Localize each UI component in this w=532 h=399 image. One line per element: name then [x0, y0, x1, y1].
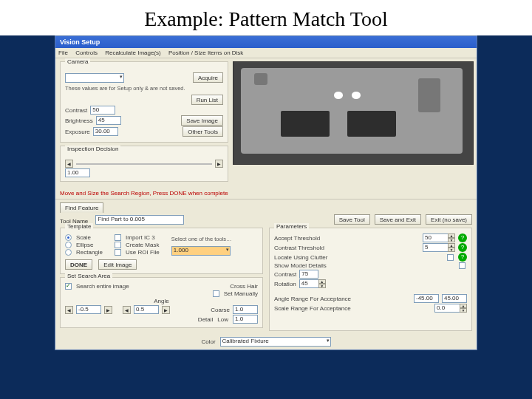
- spin-down-icon[interactable]: ▼: [318, 284, 326, 288]
- help-icon[interactable]: ?: [458, 233, 467, 242]
- camera-note: These values are for Setup only & are no…: [65, 86, 223, 92]
- coarse-label: Coarse: [211, 307, 230, 313]
- set-manually-label: Set Manually: [224, 290, 258, 297]
- scale-range-label: Scale Range For Acceptance: [274, 305, 432, 312]
- window-titlebar: Vision Setup: [55, 36, 477, 48]
- angle-high-dec-icon[interactable]: ◀: [123, 306, 131, 314]
- contrast-thresh-field[interactable]: 5: [423, 243, 448, 252]
- tab-find-feature[interactable]: Find Feature: [60, 202, 103, 213]
- color-select[interactable]: Calibrated Fixture: [220, 337, 331, 347]
- color-label: Color: [201, 338, 215, 345]
- inspection-value[interactable]: 1.00: [65, 168, 90, 177]
- menu-recalculate[interactable]: Recalculate Image(s): [105, 50, 161, 56]
- detail-label: Detail: [198, 316, 213, 323]
- detail-field[interactable]: 1.0: [233, 315, 258, 324]
- rectangle-label: Rectangle: [76, 249, 103, 256]
- save-image-button[interactable]: Save Image: [181, 115, 223, 126]
- app-window: Vision Setup File Controls Recalculate I…: [55, 35, 477, 350]
- menu-position-size[interactable]: Position / Size Items on Disk: [168, 50, 243, 56]
- chk-create-mask[interactable]: [115, 242, 121, 248]
- edit-image-button[interactable]: Edit Image: [98, 259, 137, 270]
- inspection-increment-icon[interactable]: ▶: [215, 160, 223, 168]
- import-label: Import IC 3: [126, 234, 155, 241]
- exposure-label: Exposure: [65, 129, 90, 135]
- spin-down-icon[interactable]: ▼: [460, 308, 467, 313]
- inspection-title: Inspection Decision: [65, 146, 120, 152]
- angle-high-inc-icon[interactable]: ▶: [162, 306, 170, 314]
- accept-thresh-label: Accept Threshold: [274, 235, 420, 242]
- radio-scale[interactable]: [65, 234, 72, 241]
- scale-range-field[interactable]: 0.0: [434, 304, 460, 313]
- camera-group: Camera Acquire These values are for Setu…: [60, 61, 228, 143]
- menu-file[interactable]: File: [58, 50, 68, 56]
- done-button[interactable]: DONE: [65, 259, 92, 270]
- angle-high-field[interactable]: 0.5: [134, 305, 159, 314]
- search-area-group: Set Search Area Search entire image Cros…: [60, 277, 263, 328]
- brightness-label: Brightness: [65, 117, 93, 124]
- ellipse-label: Ellipse: [76, 242, 94, 248]
- coarse-field[interactable]: 1.0: [233, 305, 258, 314]
- cross-hair-label: Cross Hair: [230, 283, 258, 290]
- camera-group-title: Camera: [65, 58, 90, 65]
- run-list-button[interactable]: Run List: [191, 95, 223, 105]
- angle-range-high[interactable]: 45.00: [442, 294, 467, 303]
- exposure-field[interactable]: 30.00: [93, 127, 118, 136]
- chk-locate-clutter[interactable]: [447, 254, 454, 261]
- param-contrast-field[interactable]: 75: [299, 270, 318, 279]
- contrast-field[interactable]: 50: [90, 106, 115, 115]
- angle-label: Angle: [154, 298, 168, 304]
- camera-select[interactable]: [65, 73, 124, 83]
- inspection-decrement-icon[interactable]: ◀: [65, 160, 73, 168]
- template-select-text: Select one of the tools…: [171, 236, 258, 242]
- search-area-title: Set Search Area: [65, 273, 112, 279]
- radio-rectangle[interactable]: [65, 249, 72, 256]
- angle-low-inc-icon[interactable]: ▶: [104, 306, 112, 314]
- brightness-field[interactable]: 45: [96, 116, 121, 125]
- chk-show-model[interactable]: [459, 262, 466, 269]
- status-warning: Move and Size the Search Region, Press D…: [60, 190, 472, 197]
- angle-low-field[interactable]: -0.5: [76, 305, 101, 314]
- save-tool-button[interactable]: Save Tool: [334, 214, 370, 225]
- create-mask-label: Create Mask: [126, 242, 159, 248]
- radio-ellipse[interactable]: [65, 242, 72, 248]
- exit-no-save-button[interactable]: Exit (no save): [426, 214, 472, 225]
- rotation-label: Rotation: [274, 281, 296, 287]
- help-icon[interactable]: ?: [458, 253, 467, 262]
- param-contrast-label: Contrast: [274, 271, 296, 278]
- template-select[interactable]: 1.000: [171, 246, 231, 256]
- spin-down-icon[interactable]: ▼: [448, 238, 455, 242]
- image-preview[interactable]: [233, 61, 474, 165]
- parameters-group: Parameters Accept Threshold 50▲▼ ? Contr…: [269, 228, 472, 331]
- help-icon[interactable]: ?: [458, 243, 467, 252]
- menu-controls[interactable]: Controls: [75, 50, 98, 56]
- chk-search-entire[interactable]: [65, 283, 72, 290]
- parameters-title: Parameters: [274, 223, 309, 230]
- template-group: Template Scale Ellipse Rectangle Import …: [60, 228, 263, 274]
- angle-low-dec-icon[interactable]: ◀: [65, 306, 73, 314]
- contrast-label: Contrast: [65, 107, 87, 114]
- angle-range-label: Angle Range For Acceptance: [274, 296, 411, 302]
- chk-import[interactable]: [115, 234, 121, 241]
- template-group-title: Template: [65, 223, 93, 230]
- save-exit-button[interactable]: Save and Exit: [375, 214, 421, 225]
- accept-thresh-field[interactable]: 50: [423, 233, 448, 242]
- use-roi-label: Use ROI File: [126, 249, 160, 256]
- rotation-field[interactable]: 45: [299, 279, 318, 288]
- inspection-group: Inspection Decision ◀ ▶ 1.00: [60, 146, 228, 182]
- other-tools-button[interactable]: Other Tools: [183, 126, 223, 137]
- tool-name-field[interactable]: Find Part to 0.005: [95, 215, 184, 225]
- contrast-thresh-label: Contrast Threshold: [274, 245, 420, 251]
- angle-range-low[interactable]: -45.00: [414, 294, 439, 303]
- search-entire-label: Search entire image: [76, 283, 129, 290]
- slide-title: Example: Pattern Match Tool: [0, 0, 532, 35]
- acquire-button[interactable]: Acquire: [193, 72, 223, 83]
- menubar[interactable]: File Controls Recalculate Image(s) Posit…: [55, 48, 477, 58]
- low-label: Low: [217, 316, 228, 323]
- show-model-label: Show Model Details: [274, 262, 456, 269]
- chk-set-manually[interactable]: [213, 290, 219, 297]
- spin-down-icon[interactable]: ▼: [448, 248, 455, 252]
- locate-using-label: Locate Using Clutter: [274, 254, 444, 261]
- chk-use-roi[interactable]: [115, 249, 121, 256]
- scale-label: Scale: [76, 234, 91, 241]
